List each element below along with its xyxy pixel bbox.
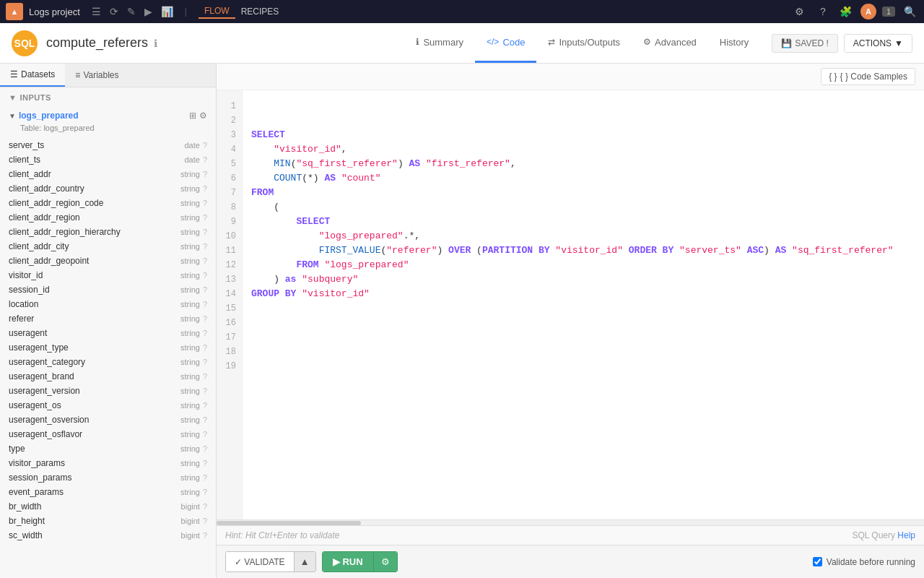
help-link[interactable]: Help bbox=[897, 530, 915, 540]
code-content[interactable]: SELECT "visitor_id", MIN("sq_first_refer… bbox=[243, 90, 924, 519]
list-item[interactable]: useragent_osversion string ? bbox=[0, 413, 216, 427]
tab-inputs-outputs[interactable]: ⇄ Inputs/Outputs bbox=[536, 23, 632, 63]
grid-icon[interactable]: ⊞ bbox=[189, 111, 196, 121]
field-name: client_addr bbox=[9, 169, 180, 179]
dataset-header[interactable]: ▼ logs_prepared ⊞ ⚙ bbox=[9, 108, 207, 124]
field-name: useragent_type bbox=[9, 342, 180, 353]
help-icon: ? bbox=[203, 300, 207, 309]
list-item[interactable]: client_addr string ? bbox=[0, 167, 216, 181]
field-name: referer bbox=[9, 314, 180, 324]
io-icon: ⇄ bbox=[548, 37, 555, 47]
run-settings-button[interactable]: ⚙ bbox=[373, 552, 397, 571]
status-bar: Hint: Hit Ctrl+Enter to validate SQL Que… bbox=[217, 525, 924, 545]
help-icon: ? bbox=[203, 430, 207, 439]
nav-icon-refresh[interactable]: ⟳ bbox=[110, 6, 118, 17]
list-item[interactable]: client_addr_city string ? bbox=[0, 239, 216, 254]
content-area: { } { } Code Samples 1234567891011121314… bbox=[217, 64, 924, 578]
code-line bbox=[251, 330, 915, 345]
tab-code[interactable]: </> Code bbox=[475, 23, 536, 63]
validate-button[interactable]: ✓ VALIDATE bbox=[226, 552, 294, 571]
validate-btn-group: ✓ VALIDATE ▲ bbox=[225, 551, 316, 572]
top-nav: ▲ Logs project ☰ ⟳ ✎ ▶ 📊 | FLOW RECIPES … bbox=[0, 0, 924, 23]
actions-button[interactable]: ACTIONS ▼ bbox=[844, 34, 912, 53]
sidebar-tab-variables[interactable]: ≡ Variables bbox=[65, 64, 128, 87]
field-type: bigint bbox=[181, 502, 200, 511]
validate-dropdown-arrow[interactable]: ▲ bbox=[294, 552, 315, 571]
code-editor[interactable]: 12345678910111213141516171819 SELECT "vi… bbox=[217, 90, 924, 519]
user-avatar[interactable]: A bbox=[860, 4, 876, 20]
list-item[interactable]: client_addr_country string ? bbox=[0, 181, 216, 196]
list-item[interactable]: type string ? bbox=[0, 441, 216, 456]
help-icon: ? bbox=[203, 473, 207, 482]
list-item[interactable]: br_height bigint ? bbox=[0, 514, 216, 528]
list-item[interactable]: useragent string ? bbox=[0, 326, 216, 340]
bottom-bar: ✓ VALIDATE ▲ ▶ RUN ⚙ Validate before run… bbox=[217, 545, 924, 578]
help-icon[interactable]: ? bbox=[814, 3, 832, 20]
nav-icon-list[interactable]: ☰ bbox=[92, 6, 101, 17]
field-type: string bbox=[180, 256, 200, 265]
list-item[interactable]: useragent_brand string ? bbox=[0, 369, 216, 384]
info-icon[interactable]: ℹ bbox=[154, 38, 157, 49]
list-item[interactable]: session_params string ? bbox=[0, 470, 216, 485]
list-item[interactable]: client_addr_geopoint string ? bbox=[0, 254, 216, 268]
code-toolbar: { } { } Code Samples bbox=[217, 64, 924, 90]
list-item[interactable]: referer string ? bbox=[0, 311, 216, 326]
sidebar: ☰ Datasets ≡ Variables ▼ Inputs ▼ logs_p… bbox=[0, 64, 217, 578]
list-item[interactable]: client_addr_region_code string ? bbox=[0, 196, 216, 210]
recipes-tab[interactable]: RECIPES bbox=[235, 5, 285, 18]
list-item[interactable]: useragent_category string ? bbox=[0, 355, 216, 369]
run-button[interactable]: ▶ RUN bbox=[323, 552, 373, 571]
nav-icon-chart[interactable]: 📊 bbox=[161, 6, 173, 17]
nav-icon-edit[interactable]: ✎ bbox=[127, 6, 136, 17]
list-item[interactable]: useragent_osflavor string ? bbox=[0, 427, 216, 441]
saved-button[interactable]: 💾 SAVED ! bbox=[772, 34, 837, 53]
code-samples-button[interactable]: { } { } Code Samples bbox=[821, 68, 915, 85]
tab-history[interactable]: History bbox=[708, 23, 760, 63]
nav-icon-play[interactable]: ▶ bbox=[144, 6, 152, 17]
list-item[interactable]: session_id string ? bbox=[0, 282, 216, 297]
list-item[interactable]: br_width bigint ? bbox=[0, 499, 216, 514]
help-icon: ? bbox=[203, 271, 207, 280]
extensions-icon[interactable]: 🧩 bbox=[837, 3, 855, 20]
tab-summary[interactable]: ℹ Summary bbox=[404, 23, 475, 63]
run-btn-group: ▶ RUN ⚙ bbox=[322, 551, 398, 572]
list-item[interactable]: sc_width bigint ? bbox=[0, 528, 216, 543]
list-item[interactable]: event_params string ? bbox=[0, 485, 216, 499]
list-item[interactable]: client_addr_region string ? bbox=[0, 210, 216, 225]
field-name: client_addr_city bbox=[9, 241, 180, 251]
sidebar-tab-datasets[interactable]: ☰ Datasets bbox=[0, 64, 65, 87]
list-item[interactable]: client_addr_region_hierarchy string ? bbox=[0, 225, 216, 239]
validate-checkbox-input[interactable] bbox=[813, 557, 822, 566]
list-item[interactable]: useragent_type string ? bbox=[0, 340, 216, 355]
list-item[interactable]: useragent_version string ? bbox=[0, 384, 216, 398]
field-name: sc_width bbox=[9, 530, 181, 540]
flow-tab[interactable]: FLOW bbox=[199, 4, 235, 19]
settings-icon[interactable]: ⚙ bbox=[199, 111, 207, 121]
search-icon[interactable]: 🔍 bbox=[901, 3, 918, 20]
code-line bbox=[251, 99, 915, 113]
list-item[interactable]: useragent_os string ? bbox=[0, 398, 216, 413]
field-type: string bbox=[180, 300, 200, 309]
field-name: br_width bbox=[9, 501, 181, 512]
settings-icon[interactable]: ⚙ bbox=[791, 3, 808, 20]
scrollbar-thumb[interactable] bbox=[217, 521, 361, 525]
field-type: string bbox=[180, 285, 200, 294]
dataset-name[interactable]: logs_prepared bbox=[19, 111, 79, 121]
help-icon: ? bbox=[203, 141, 207, 150]
list-item[interactable]: client_ts date ? bbox=[0, 152, 216, 167]
tab-advanced[interactable]: ⚙ Advanced bbox=[632, 23, 708, 63]
code-line bbox=[251, 301, 915, 316]
list-item[interactable]: server_ts date ? bbox=[0, 138, 216, 152]
field-name: session_params bbox=[9, 473, 180, 483]
list-item[interactable]: visitor_params string ? bbox=[0, 456, 216, 470]
notification-badge[interactable]: 1 bbox=[882, 7, 895, 17]
field-type: string bbox=[180, 372, 200, 381]
help-icon: ? bbox=[203, 415, 207, 424]
list-item[interactable]: location string ? bbox=[0, 297, 216, 311]
horizontal-scrollbar[interactable] bbox=[217, 519, 924, 525]
sidebar-scroll: ▼ Inputs ▼ logs_prepared ⊞ ⚙ Table: logs… bbox=[0, 87, 216, 578]
help-icon: ? bbox=[203, 256, 207, 265]
list-item[interactable]: visitor_id string ? bbox=[0, 268, 216, 282]
field-name: useragent_version bbox=[9, 386, 180, 396]
field-name: client_addr_region bbox=[9, 212, 180, 223]
